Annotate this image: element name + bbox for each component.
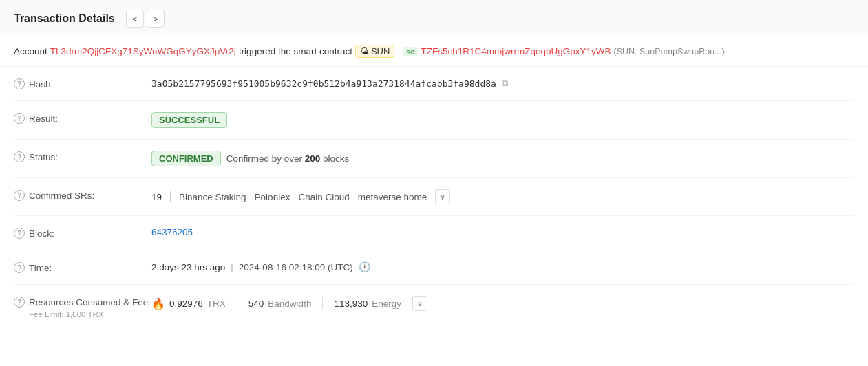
nav-next-button[interactable]: > [147,10,165,28]
fee-energy-item: 113,930 Energy [334,299,401,309]
time-help-icon[interactable]: ? [14,262,25,273]
time-display: 2 days 23 hrs ago | 2024-08-16 02:18:09 … [151,261,370,272]
time-utc: 2024-08-16 02:18:09 (UTC) [239,262,353,272]
account-bar: Account TL3drm2QjjCFXg71SyWuWGqGYyGXJpVr… [0,36,868,67]
account-prefix: Account [14,46,47,56]
nav-prev-button[interactable]: < [126,10,144,28]
fee-bandwidth-unit: Bandwidth [268,299,311,309]
status-value-col: CONFIRMED Confirmed by over 200 blocks [151,151,854,166]
details-table: ? Hash: 3a05b2157795693f951005b9632c9f0b… [0,67,868,330]
blocks-unit: blocks [323,153,349,164]
trigger-text: triggered the smart contract [239,46,352,56]
sr-item-0: Binance Staking [179,192,246,202]
hash-label: Hash: [29,79,53,89]
confirmed-srs-row: ? Confirmed SRs: 19 Binance Staking Polo… [14,178,854,216]
time-relative: 2 days 23 hrs ago [151,262,225,272]
confirmed-prefix: Confirmed by over [226,153,302,164]
status-confirmed-badge: CONFIRMED [151,151,221,166]
result-badge: SUCCESSFUL [151,112,227,128]
confirmed-srs-value-col: 19 Binance Staking Poloniex Chain Cloud … [151,189,854,204]
status-row: ? Status: CONFIRMED Confirmed by over 20… [14,140,854,178]
fee-trx-value: 0.92976 [169,299,203,309]
hash-help-icon[interactable]: ? [14,78,25,89]
fee-trx-item: 🔥 0.92976 TRX [151,297,226,310]
block-label: Block: [29,228,54,239]
result-row: ? Result: SUCCESSFUL [14,101,854,140]
time-label-col: ? Time: [14,261,151,273]
status-help-icon[interactable]: ? [14,151,25,162]
blocks-count: 200 [305,153,321,164]
sr-separator [170,191,171,202]
block-number-link[interactable]: 64376205 [151,227,193,237]
account-address-link[interactable]: TL3drm2QjjCFXg71SyWuWGqGYyGXJpVr2j [50,46,236,56]
fee-value-col: 🔥 0.92976 TRX 540 Bandwidth 113,930 Ener… [151,296,854,311]
confirmed-srs-label-col: ? Confirmed SRs: [14,189,151,201]
fee-help-icon[interactable]: ? [14,297,25,308]
fee-divider-1 [237,297,237,310]
transaction-details-page: Transaction Details < > Account TL3drm2Q… [0,0,868,366]
page-header: Transaction Details < > [0,0,868,36]
result-help-icon[interactable]: ? [14,113,25,124]
hash-value: 3a05b2157795693f951005b9632c9f0b512b4a91… [151,78,496,89]
fee-row: ? Resources Consumed & Fee: Fee Limit: 1… [14,285,854,330]
fee-label: Resources Consumed & Fee: [29,297,151,308]
confirmed-srs-label: Confirmed SRs: [29,191,94,201]
fee-bandwidth-value: 540 [248,299,264,309]
block-value-col: 64376205 [151,227,854,237]
sun-badge: 🌤 SUN [355,45,394,58]
time-value-col: 2 days 23 hrs ago | 2024-08-16 02:18:09 … [151,261,854,272]
fee-energy-value: 113,930 [334,299,368,309]
result-label-col: ? Result: [14,112,151,124]
fee-label-wrapper: ? Resources Consumed & Fee: Fee Limit: 1… [14,296,151,319]
hash-label-col: ? Hash: [14,78,151,89]
sr-item-1: Poloniex [255,192,290,202]
fee-expand-button[interactable]: ∨ [412,296,427,311]
hash-value-col: 3a05b2157795693f951005b9632c9f0b512b4a91… [151,78,854,89]
status-label-col: ? Status: [14,151,151,162]
fee-label-col: ? Resources Consumed & Fee: [14,296,151,308]
page-title: Transaction Details [14,12,115,25]
sr-expand-button[interactable]: ∨ [435,189,450,204]
block-help-icon[interactable]: ? [14,228,25,239]
fee-trx-unit: TRX [207,299,226,309]
sc-badge: sc [403,47,418,56]
sr-item-3: metaverse home [358,192,427,202]
confirmed-srs-help-icon[interactable]: ? [14,190,25,201]
sun-emoji-icon: 🌤 [360,46,369,56]
block-label-col: ? Block: [14,227,151,239]
sun-label: SUN [371,46,390,56]
status-label: Status: [29,152,58,162]
hash-row: ? Hash: 3a05b2157795693f951005b9632c9f0b… [14,67,854,101]
fee-limit-note: Fee Limit: 1,000 TRX [29,310,151,319]
contract-address-link[interactable]: TZFs5ch1R1C4mmjwrrmZqeqbUgGpxY1yWB [421,46,611,56]
hash-copy-icon[interactable]: ⧉ [502,78,513,89]
result-value-col: SUCCESSFUL [151,112,854,128]
time-row: ? Time: 2 days 23 hrs ago | 2024-08-16 0… [14,250,854,285]
fee-divider-2 [322,297,323,310]
status-confirmed-text: Confirmed by over 200 blocks [226,153,350,164]
fee-energy-unit: Energy [372,299,401,309]
contract-note: (SUN: SunPumpSwapRou...) [613,47,724,56]
sr-item-2: Chain Cloud [298,192,349,202]
calendar-icon[interactable]: 🕐 [359,261,370,272]
sr-count: 19 [151,192,162,202]
fee-bandwidth-item: 540 Bandwidth [248,299,312,309]
sr-list: 19 Binance Staking Poloniex Chain Cloud … [151,189,450,204]
time-separator: | [231,262,233,272]
block-row: ? Block: 64376205 [14,216,854,250]
fire-icon: 🔥 [151,297,165,310]
time-label: Time: [29,263,52,273]
colon-separator: : [397,46,400,56]
result-label: Result: [29,114,58,124]
